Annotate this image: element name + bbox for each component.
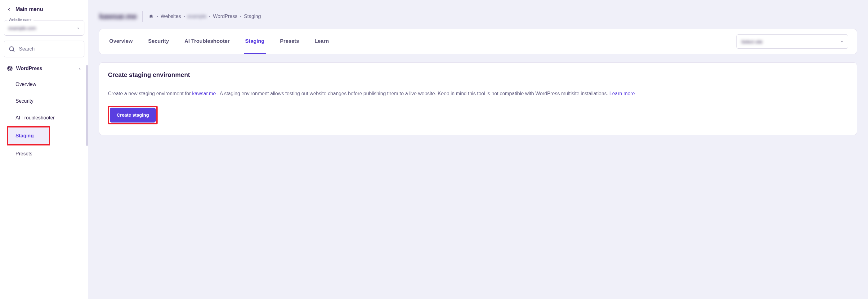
breadcrumb-wordpress[interactable]: WordPress — [213, 14, 237, 19]
sidebar-group-label: WordPress — [16, 66, 42, 71]
sidebar-item-label: AI Troubleshooter — [16, 115, 55, 121]
search-input-wrap[interactable] — [4, 41, 84, 57]
scrollbar[interactable] — [86, 65, 88, 146]
create-staging-button[interactable]: Create staging — [110, 108, 156, 123]
main-menu-label: Main menu — [16, 6, 43, 12]
caret-up-icon — [78, 67, 81, 70]
site-select-value: Select site — [741, 39, 763, 44]
tab-security[interactable]: Security — [147, 29, 170, 54]
website-name-dropdown[interactable]: example.com — [4, 20, 84, 36]
home-icon[interactable] — [148, 14, 154, 19]
sidebar-item-security[interactable]: Security — [7, 93, 84, 109]
sidebar-item-staging[interactable]: Staging — [8, 128, 49, 144]
main-content: kawsar.me - Websites - example - WordPre… — [88, 0, 868, 299]
tabs: Overview Security AI Troubleshooter Stag… — [108, 29, 330, 54]
tabs-card: Overview Security AI Troubleshooter Stag… — [99, 29, 857, 54]
learn-more-link[interactable]: Learn more — [610, 91, 635, 96]
sidebar: Main menu Website name example.com — [0, 0, 88, 299]
highlight-annotation: Create staging — [108, 106, 158, 124]
site-link[interactable]: kawsar.me — [192, 91, 216, 96]
staging-panel: Create staging environment Create a new … — [99, 63, 857, 135]
chevron-left-icon — [7, 7, 11, 11]
sidebar-item-label: Overview — [16, 81, 36, 87]
site-title-blurred: kawsar.me — [99, 12, 137, 21]
caret-down-icon — [76, 26, 80, 30]
caret-down-icon — [840, 40, 843, 43]
sidebar-item-label: Presets — [16, 151, 32, 157]
wordpress-icon — [7, 65, 13, 72]
search-input[interactable] — [19, 46, 81, 52]
sidebar-item-presets[interactable]: Presets — [7, 145, 84, 162]
svg-point-0 — [10, 47, 14, 51]
sidebar-item-label: Security — [16, 98, 33, 104]
sidebar-group-wordpress[interactable]: WordPress — [0, 61, 88, 76]
sidebar-item-overview[interactable]: Overview — [7, 76, 84, 93]
tab-staging[interactable]: Staging — [244, 29, 266, 54]
breadcrumb-current: Staging — [244, 14, 261, 19]
tab-ai-troubleshooter[interactable]: AI Troubleshooter — [183, 29, 231, 54]
panel-title: Create staging environment — [108, 71, 848, 78]
sidebar-item-label: Staging — [16, 133, 34, 139]
tab-learn[interactable]: Learn — [313, 29, 330, 54]
tab-presets[interactable]: Presets — [279, 29, 300, 54]
breadcrumb-site-blurred[interactable]: example — [188, 14, 206, 19]
breadcrumb: - Websites - example - WordPress - Stagi… — [148, 14, 260, 19]
website-name-value: example.com — [8, 26, 36, 31]
search-icon — [8, 45, 15, 53]
back-to-main-menu[interactable]: Main menu — [0, 0, 88, 17]
svg-line-1 — [13, 50, 14, 52]
site-select-dropdown[interactable]: Select site — [737, 34, 848, 49]
website-name-label: Website name — [7, 18, 33, 22]
tab-overview[interactable]: Overview — [108, 29, 134, 54]
highlight-annotation: Staging — [7, 126, 50, 145]
divider — [143, 11, 143, 22]
panel-description: Create a new staging environment for kaw… — [108, 90, 848, 98]
breadcrumb-websites[interactable]: Websites — [161, 14, 181, 19]
sidebar-item-ai-troubleshooter[interactable]: AI Troubleshooter — [7, 109, 84, 126]
